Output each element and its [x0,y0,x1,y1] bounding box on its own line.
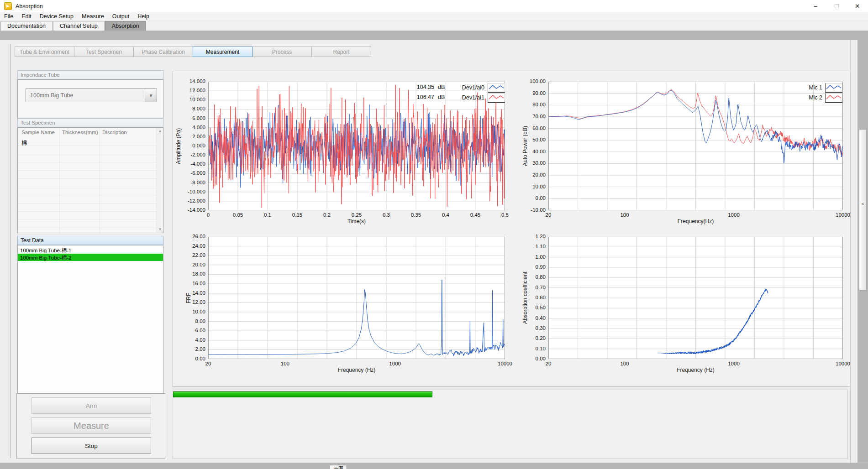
y-tick-label: 6.00 [182,328,205,333]
y-tick-label: 4.00 [182,337,205,343]
test-specimen-rows [18,138,157,233]
y-tick-label: 20.00 [522,172,546,177]
x-tick-label: 0.3 [372,212,401,218]
y-tick-label: -2.000 [182,152,205,157]
y-tick-label: 0.20 [522,335,546,341]
y-tick-label: 6.000 [182,115,205,121]
impedance-tube-header: Impendace Tube [17,70,163,79]
dropdown-button[interactable]: ▼ [145,89,157,102]
x-tick-label: 0.15 [283,212,312,218]
y-tick-label: 1.10 [522,244,546,249]
x-tick-label: 0.2 [312,212,342,218]
x-tick-label: 1000 [380,361,410,366]
plot-line-icon [488,83,505,92]
x-axis-label: Time(s) [208,218,505,224]
scroll-down-icon[interactable]: ▼ [157,227,163,231]
y-tick-label: 80.00 [522,102,546,107]
legend-swatch-dev1-ai0[interactable] [488,83,505,93]
y-tick-label: 0.80 [522,274,546,280]
legend-swatch-mic2[interactable] [825,93,842,103]
subtab-bar: Tube & Environment Test Specimen Phase C… [15,47,371,57]
y-tick-label: 40.00 [522,149,546,154]
x-tick-label: 0.4 [431,212,460,218]
subtab-tube-environment[interactable]: Tube & Environment [15,47,74,57]
subtab-measurement[interactable]: Measurement [193,47,253,57]
subtab-phase-calibration[interactable]: Phase Calibration [133,47,193,57]
partial-tab-huitu[interactable]: 画图 [330,465,347,469]
y-axis-label: Amplitude (Pa) [175,82,182,210]
window-title: Absorption [16,3,43,10]
y-axis-label: Auto Power (dB) [522,82,528,210]
y-tick-label: 14.00 [182,290,205,296]
chart-absorption-coefficient: Absorption coefficient Frequency (Hz) 0.… [548,237,843,359]
legend-swatch-dev1-ai1[interactable] [488,93,505,103]
minimize-icon: – [814,3,817,10]
y-tick-label: 2.00 [182,346,205,352]
menu-item-file[interactable]: File [0,12,17,21]
y-tick-label: 0.50 [522,305,546,310]
test-data-item-selected[interactable]: 100mm Big Tube-棉-2 [18,254,163,261]
menu-item-edit[interactable]: Edit [17,12,36,21]
plot-line-icon [826,94,842,102]
subtab-test-specimen[interactable]: Test Specimen [74,47,134,57]
panel-collapse-handle[interactable]: < [859,129,867,291]
x-tick-label: 0 [194,212,223,218]
tab-absorption[interactable]: Absorption [105,21,146,31]
plot-line-icon [488,94,505,102]
test-specimen-scrollbar[interactable]: ▲ ▼ [157,128,163,233]
table-row[interactable]: 棉 [21,139,27,146]
y-tick-label: 4.000 [182,125,205,130]
y-tick-label: 2.000 [182,134,205,139]
gridlines [208,237,505,359]
x-tick-label: 0.5 [490,212,520,218]
series-absorption-coefficient [658,289,768,354]
subtab-report[interactable]: Report [311,47,371,57]
frf-plot-area[interactable] [208,237,505,359]
y-tick-label: 12.00 [182,299,205,305]
absorption-plot-area[interactable] [548,237,843,359]
subtab-process[interactable]: Process [252,47,312,57]
x-tick-label: 1000 [719,212,748,218]
chart-time-waveform: Amplitude (Pa) Time(s) 104.35 dB 106.47 … [208,82,505,210]
chevron-down-icon: ▼ [149,93,153,98]
y-tick-label: 24.00 [182,243,205,249]
right-margin-lines [850,40,857,463]
y-tick-label: 16.00 [182,281,205,286]
scroll-up-icon[interactable]: ▲ [157,129,163,133]
tab-documentation[interactable]: Documentation [0,21,53,31]
time-waveform-plot-area[interactable] [208,82,505,210]
menu-item-output[interactable]: Output [108,12,134,21]
application-window: ▶ Absorption – ✕ File Edit Device Setup … [0,0,868,469]
plot-line-icon [826,83,842,92]
tab-channel-setup[interactable]: Channel Setup [53,21,105,31]
maximize-button[interactable] [826,0,847,12]
y-tick-label: 0.40 [522,315,546,321]
x-tick-label: 0.1 [253,212,282,218]
x-tick-label: 100 [610,361,639,366]
labview-app-icon: ▶ [4,2,12,10]
y-tick-label: 1.20 [522,234,546,239]
x-axis-label: Frequency(Hz) [548,218,843,224]
impedance-tube-label: Impendace Tube [21,72,60,78]
auto-power-plot-area[interactable] [548,82,843,210]
test-data-item[interactable]: 100mm Big Tube-棉-1 [18,246,163,254]
y-tick-label: 10.00 [522,184,546,189]
x-tick-label: 0.25 [342,212,371,218]
measure-button[interactable]: Measure [32,417,151,434]
chevron-left-icon: < [859,202,866,206]
close-button[interactable]: ✕ [847,0,868,12]
legend-swatch-mic1[interactable] [825,83,842,93]
column-sample-name: Sample Name [21,130,55,135]
minimize-button[interactable]: – [805,0,826,12]
menu-item-measure[interactable]: Measure [78,12,108,21]
menu-item-help[interactable]: Help [133,12,153,21]
legend-label-dev1-ai0: Dev1/ai0 [427,84,484,91]
y-tick-label: -4.000 [182,161,205,167]
impedance-tube-select[interactable]: 100mm Big Tube ▼ [26,89,157,102]
stop-button[interactable]: Stop [32,438,151,454]
legend-label-mic2: Mic 2 [772,94,822,101]
right-panel-strip: < [857,40,868,463]
impedance-tube-group: 100mm Big Tube ▼ [17,79,163,118]
arm-button[interactable]: Arm [32,397,151,414]
menu-item-device-setup[interactable]: Device Setup [36,12,78,21]
